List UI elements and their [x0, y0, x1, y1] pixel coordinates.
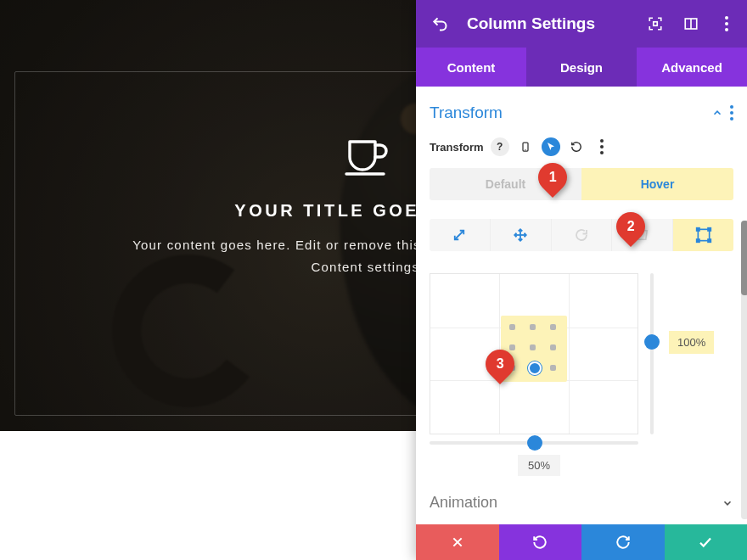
panel-titlebar: Column Settings — [416, 0, 747, 48]
state-tabs: Default Hover — [430, 168, 733, 200]
move-tool-icon[interactable] — [491, 219, 552, 251]
vertical-slider-track[interactable] — [650, 273, 654, 434]
origin-dot[interactable] — [550, 365, 556, 371]
hover-cursor-icon[interactable] — [542, 137, 560, 156]
section-transform-title: Transform — [430, 104, 503, 122]
origin-dot[interactable] — [530, 324, 536, 330]
origin-tool-icon[interactable] — [673, 219, 733, 251]
panel-scrollbar-thumb[interactable] — [741, 221, 747, 295]
svg-rect-11 — [708, 228, 710, 231]
horizontal-slider-value[interactable]: 50% — [518, 455, 560, 476]
origin-dot[interactable] — [509, 324, 515, 330]
section-transform-header[interactable]: Transform — [430, 104, 733, 122]
undo-button[interactable] — [499, 524, 582, 560]
transform-label: Transform — [430, 141, 484, 154]
settings-panel: Column Settings Content Design Advanced … — [416, 0, 747, 560]
kebab-icon[interactable] — [715, 12, 739, 36]
svg-rect-12 — [696, 239, 699, 242]
chevron-down-icon[interactable] — [722, 497, 733, 509]
horizontal-slider-thumb[interactable] — [527, 435, 542, 451]
panel-tabs: Content Design Advanced — [416, 48, 747, 87]
section-animation-title: Animation — [430, 494, 497, 512]
tab-advanced[interactable]: Advanced — [637, 48, 747, 87]
section-animation-header[interactable]: Animation — [430, 494, 733, 512]
origin-dot[interactable] — [509, 344, 515, 350]
discard-button[interactable] — [416, 524, 499, 560]
origin-dot[interactable] — [530, 344, 536, 350]
origin-dot[interactable] — [550, 324, 556, 330]
tab-design[interactable]: Design — [526, 48, 637, 87]
save-button[interactable] — [665, 524, 748, 560]
section-kebab-icon[interactable] — [730, 105, 733, 120]
svg-rect-10 — [696, 228, 699, 231]
rotate-tool-icon[interactable] — [552, 219, 613, 251]
focus-icon[interactable] — [643, 12, 667, 36]
svg-rect-1 — [654, 22, 658, 26]
panel-footer — [416, 524, 747, 560]
svg-line-6 — [455, 231, 464, 240]
help-icon[interactable]: ? — [491, 137, 509, 156]
origin-handle[interactable] — [528, 361, 542, 375]
tab-content[interactable]: Content — [416, 48, 526, 87]
transform-tool-row — [430, 219, 733, 251]
undo-icon[interactable] — [428, 12, 452, 36]
panel-body: Transform Transform ? — [416, 87, 747, 560]
transform-control-row: Transform ? — [430, 137, 733, 156]
scale-tool-icon[interactable] — [430, 219, 491, 251]
redo-button[interactable] — [581, 524, 665, 560]
columns-icon[interactable] — [679, 12, 703, 36]
chevron-up-icon[interactable] — [711, 107, 723, 119]
reset-icon[interactable] — [567, 137, 586, 156]
transform-origin-grid: 100% 50% — [430, 270, 733, 479]
origin-dot[interactable] — [550, 344, 556, 350]
vertical-slider-thumb[interactable] — [644, 334, 660, 350]
control-kebab-icon[interactable] — [593, 137, 611, 156]
state-tab-hover[interactable]: Hover — [581, 168, 733, 200]
svg-rect-13 — [708, 239, 710, 242]
panel-title: Column Settings — [467, 14, 632, 33]
vertical-slider-value[interactable]: 100% — [669, 331, 714, 354]
cup-icon — [345, 137, 390, 177]
mobile-icon[interactable] — [516, 137, 535, 156]
